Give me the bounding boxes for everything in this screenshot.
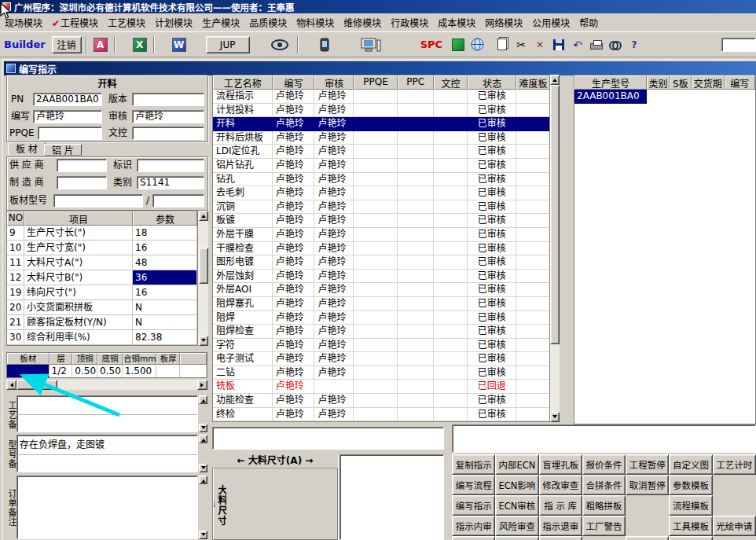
process-row[interactable]: 开料后烘板 卢艳玲 卢艳玲 已审核 <box>213 131 549 145</box>
model-remark-textarea[interactable]: 存在负焊盘，走图镀 <box>17 435 198 472</box>
action-button[interactable]: 参数模板 <box>669 475 712 495</box>
menu-item[interactable]: ✔品质模块 <box>244 13 292 31</box>
process-row[interactable]: LDI定位孔 卢艳玲 卢艳玲 已审核 <box>213 145 549 159</box>
find-icon[interactable] <box>606 36 625 53</box>
action-button[interactable]: ECN审核 <box>495 495 538 516</box>
process-row[interactable]: 铝片钻孔 卢艳玲 卢艳玲 已审核 <box>213 159 549 173</box>
action-button[interactable]: 工艺计时 <box>713 454 756 475</box>
action-button[interactable]: 取消暂停 <box>626 475 669 495</box>
action-button[interactable]: 报价条件 <box>582 454 626 475</box>
undo-icon[interactable]: ↶ <box>568 36 587 53</box>
action-button[interactable]: 问题反馈 <box>495 536 538 540</box>
process-row[interactable]: 钻孔 卢艳玲 卢艳玲 已审核 <box>213 173 549 187</box>
parameter-row[interactable]: 21 顾客指定板材(Y/N) N <box>7 315 197 330</box>
doc-control-input[interactable] <box>132 127 204 140</box>
action-button[interactable]: 测试申请 <box>626 536 669 540</box>
computer-icon[interactable] <box>358 36 384 53</box>
menu-item[interactable]: ✔生产模块 <box>197 13 244 31</box>
process-row[interactable]: 功能检查 卢艳玲 卢艳玲 已审核 <box>213 394 549 408</box>
menu-item[interactable]: ✔工艺模块 <box>103 13 150 31</box>
material-row[interactable]: 1/2 0.50 0.50 1.500 <box>7 365 207 378</box>
process-row[interactable]: 沉铜 卢艳玲 卢艳玲 已审核 <box>213 200 549 215</box>
action-button[interactable]: 合拼条件 <box>582 475 626 495</box>
scroll-up-icon[interactable] <box>550 75 560 85</box>
action-button[interactable]: 工具模板 <box>669 516 712 536</box>
scroll-down-icon[interactable] <box>199 464 207 472</box>
menu-item[interactable]: ✔公用模块 <box>527 13 574 31</box>
save-icon[interactable] <box>549 36 568 53</box>
green-tool-icon[interactable] <box>449 36 468 53</box>
process-row[interactable]: 计划投料 卢艳玲 卢艳玲 已审核 <box>213 104 549 118</box>
scroll-up-icon[interactable] <box>199 476 207 484</box>
action-button[interactable]: 指示退审 <box>539 516 582 536</box>
scroll-right-icon[interactable] <box>197 380 207 390</box>
new-document-icon[interactable] <box>493 36 512 53</box>
delete-icon[interactable]: ✕ <box>530 36 549 53</box>
action-button[interactable]: 复制指示 <box>452 454 495 475</box>
menu-item[interactable]: ✔计划模块 <box>150 13 197 31</box>
action-button[interactable]: 指示内审 <box>452 516 495 536</box>
menu-item[interactable]: ✔现场模块 <box>0 13 47 31</box>
parameter-row[interactable]: 30 综合利用率(%) 82.38 <box>7 330 197 345</box>
parameter-row[interactable]: 19 纬向尺寸(") 16 <box>7 285 197 300</box>
spc-label[interactable]: SPC <box>420 39 442 50</box>
scroll-down-icon[interactable] <box>199 424 207 432</box>
action-button[interactable]: 内部ECN <box>495 454 538 475</box>
process-row[interactable]: 外层干膜 卢艳玲 卢艳玲 已审核 <box>213 228 549 242</box>
scroll-up-icon[interactable] <box>199 435 207 443</box>
ppqe-input[interactable] <box>38 127 102 140</box>
process-row[interactable]: 二钻 卢艳玲 卢艳玲 已审核 <box>213 366 549 380</box>
action-button[interactable]: 盲埋孔板 <box>539 454 582 475</box>
action-button[interactable]: 光绘申请 <box>713 516 756 536</box>
parameter-row[interactable]: 10 生产尺寸宽(") 16 <box>7 241 197 255</box>
action-button[interactable]: 修改审查 <box>539 475 582 495</box>
board-model-input-1[interactable] <box>53 194 143 208</box>
menu-item[interactable]: ✔网络模块 <box>480 13 527 31</box>
scroll-down-icon[interactable] <box>199 531 207 539</box>
print-icon[interactable] <box>587 36 606 53</box>
process-row[interactable]: 阻焊塞孔 卢艳玲 卢艳玲 已审核 <box>213 297 549 311</box>
action-button[interactable]: 签发定稿 <box>539 536 582 540</box>
board-model-input-2[interactable] <box>152 194 204 208</box>
action-button[interactable]: 编写指示 <box>452 495 495 516</box>
craft-remark-textarea[interactable] <box>17 395 198 432</box>
manufacturer-input[interactable] <box>57 176 107 189</box>
scroll-up-icon[interactable] <box>199 211 208 221</box>
action-button[interactable]: 工程暂停 <box>626 454 669 475</box>
menu-item[interactable]: ✔成本模块 <box>433 13 480 31</box>
action-button[interactable]: 工具认可 <box>452 536 495 540</box>
scrollbar-thumb[interactable] <box>17 380 57 390</box>
process-row[interactable]: 阻焊检查 卢艳玲 卢艳玲 已审核 <box>213 325 549 339</box>
process-row[interactable]: 板镀 卢艳玲 卢艳玲 已审核 <box>213 214 549 228</box>
process-scrollbar[interactable] <box>550 75 560 422</box>
model-row[interactable]: 2AAB001BA0 <box>574 90 755 104</box>
scroll-up-icon[interactable] <box>199 395 207 404</box>
parameter-scrollbar[interactable] <box>198 211 208 346</box>
process-row[interactable]: 电子测试 卢艳玲 卢艳玲 已审核 <box>213 352 549 366</box>
menu-item[interactable]: ✔行政模块 <box>386 13 433 31</box>
action-button[interactable]: 工具完成 <box>669 536 712 540</box>
supplier-input[interactable] <box>57 159 107 172</box>
logout-button[interactable]: 注销 <box>52 36 82 53</box>
parameter-row[interactable]: 11 大料尺寸A(") 48 <box>7 255 197 270</box>
pn-input[interactable]: 2AAB001BA0 <box>33 93 102 106</box>
scroll-down-icon[interactable] <box>550 412 560 422</box>
process-row[interactable]: 去毛刺 卢艳玲 卢艳玲 已审核 <box>213 186 549 200</box>
action-button[interactable]: ECN影响 <box>495 475 538 495</box>
process-row[interactable]: 阻焊 卢艳玲 卢艳玲 已审核 <box>213 311 549 325</box>
menu-item[interactable]: ✔帮助 <box>574 13 603 31</box>
writer-input[interactable]: 卢艳玲 <box>33 110 102 123</box>
word-icon[interactable]: W <box>170 36 189 53</box>
audit-input[interactable]: 卢艳玲 <box>132 110 204 123</box>
eye-icon[interactable] <box>270 36 289 53</box>
jup-button[interactable]: JUP <box>206 36 250 53</box>
excel-icon[interactable]: X <box>130 36 149 53</box>
help-icon[interactable]: ? <box>625 36 644 53</box>
mark-input[interactable] <box>137 159 204 172</box>
scroll-left-icon[interactable] <box>6 380 17 390</box>
size-notes-panel[interactable] <box>339 454 444 540</box>
material-hscrollbar[interactable] <box>6 380 207 390</box>
process-row[interactable]: 开料 卢艳玲 卢艳玲 已审核 <box>213 117 549 131</box>
process-row[interactable]: 外层蚀刻 卢艳玲 卢艳玲 已审核 <box>213 270 549 284</box>
scrollbar-thumb[interactable] <box>199 248 208 284</box>
